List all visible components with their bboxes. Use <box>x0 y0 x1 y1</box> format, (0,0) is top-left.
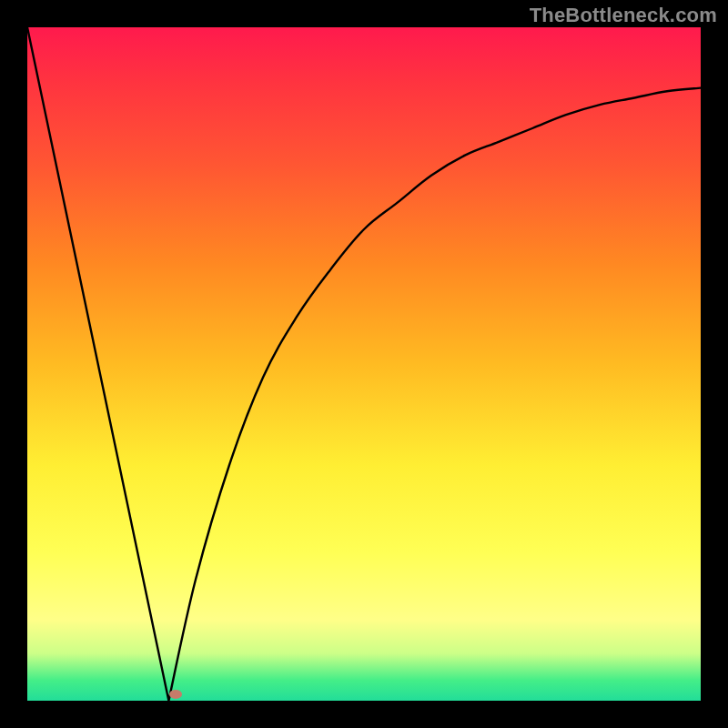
plot-area <box>27 27 701 701</box>
watermark-text: TheBottleneck.com <box>530 4 717 27</box>
curve-svg <box>27 27 701 701</box>
chart-frame: TheBottleneck.com <box>0 0 728 728</box>
optimum-marker <box>169 690 182 699</box>
bottleneck-curve <box>27 27 701 701</box>
